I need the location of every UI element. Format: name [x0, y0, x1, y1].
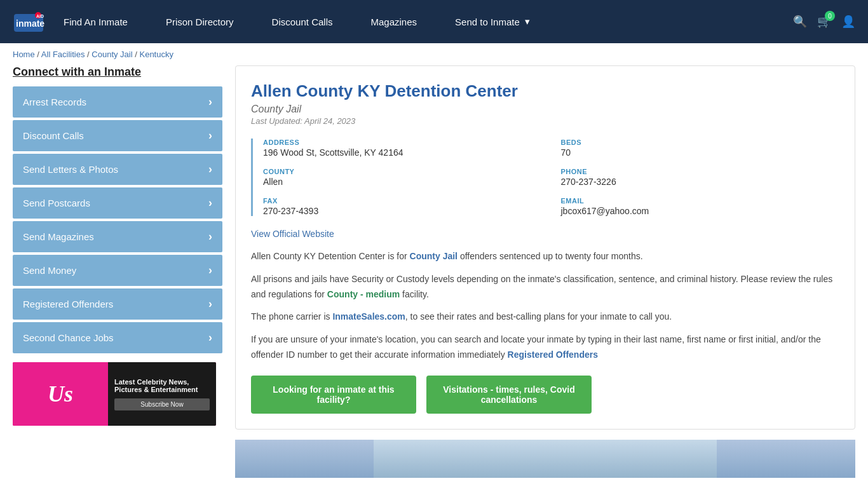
arrow-icon: › [208, 230, 212, 243]
desc-para-2: All prisons and jails have Security or C… [251, 272, 839, 302]
cart-icon[interactable]: 🛒 0 [817, 15, 831, 29]
county-medium-link[interactable]: County - medium [327, 289, 400, 299]
sidebar-item-discount-calls[interactable]: Discount Calls › [13, 120, 222, 151]
desc-para-3: The phone carrier is InmateSales.com, to… [251, 309, 839, 325]
arrow-icon: › [208, 129, 212, 142]
fax-item: FAX 270-237-4393 [263, 197, 542, 216]
phone-item: PHONE 270-237-3226 [561, 168, 840, 187]
sidebar-item-registered-offenders[interactable]: Registered Offenders › [13, 288, 222, 320]
cart-badge: 0 [825, 11, 835, 21]
sidebar-item-second-chance-jobs[interactable]: Second Chance Jobs › [13, 322, 222, 353]
header: inmate AID Find An Inmate Prison Directo… [0, 0, 868, 43]
main-nav: Find An Inmate Prison Directory Discount… [44, 0, 793, 43]
arrow-icon: › [208, 95, 212, 109]
arrow-icon: › [208, 264, 212, 277]
ad-banner[interactable]: Us Latest Celebrity News, Pictures & Ent… [13, 362, 216, 426]
nav-prison-directory[interactable]: Prison Directory [147, 0, 253, 43]
nav-send-to-inmate[interactable]: Send to Inmate ▾ [436, 0, 549, 43]
sidebar-item-send-magazines[interactable]: Send Magazines › [13, 221, 222, 252]
arrow-icon: › [208, 163, 212, 176]
breadcrumb-state[interactable]: Kentucky [139, 50, 173, 59]
facility-name: Allen County KY Detention Center [251, 81, 839, 101]
sidebar-item-send-postcards[interactable]: Send Postcards › [13, 187, 222, 219]
bottom-strip-inner [374, 440, 717, 478]
sidebar-menu: Arrest Records › Discount Calls › Send L… [13, 86, 222, 353]
breadcrumb-county-jail[interactable]: County Jail [92, 50, 132, 59]
email-item: EMAIL jbcox617@yahoo.com [561, 197, 840, 216]
facility-updated: Last Updated: April 24, 2023 [251, 116, 839, 126]
arrow-icon: › [208, 196, 212, 210]
nav-find-inmate[interactable]: Find An Inmate [44, 0, 147, 43]
user-icon[interactable]: 👤 [841, 15, 855, 29]
nav-magazines[interactable]: Magazines [351, 0, 436, 43]
county-item: COUNTY Allen [263, 168, 542, 187]
facility-card: Allen County KY Detention Center County … [235, 65, 855, 430]
find-inmate-cta-button[interactable]: Looking for an inmate at this facility? [251, 376, 416, 414]
svg-text:AID: AID [36, 14, 44, 18]
sidebar: Connect with an Inmate Arrest Records › … [13, 65, 222, 478]
breadcrumb: Home / All Facilities / County Jail / Ke… [0, 43, 868, 65]
address-item: ADDRESS 196 Wood St, Scottsville, KY 421… [263, 139, 542, 158]
facility-type: County Jail [251, 104, 839, 115]
main-content: Allen County KY Detention Center County … [235, 65, 855, 478]
breadcrumb-all-facilities[interactable]: All Facilities [41, 50, 85, 59]
header-icons: 🔍 🛒 0 👤 [793, 15, 855, 29]
sidebar-item-arrest-records[interactable]: Arrest Records › [13, 86, 222, 118]
facility-description: Allen County KY Detention Center is for … [251, 249, 839, 363]
svg-text:inmate: inmate [16, 18, 44, 29]
beds-item: BEDS 70 [561, 139, 840, 158]
sidebar-item-send-letters[interactable]: Send Letters & Photos › [13, 154, 222, 185]
ad-subscribe-button[interactable]: Subscribe Now [114, 398, 210, 410]
desc-para-4: If you are unsure of your inmate's locat… [251, 332, 839, 363]
arrow-icon: › [208, 331, 212, 344]
desc-para-1: Allen County KY Detention Center is for … [251, 249, 839, 264]
bottom-image-strip [235, 440, 855, 478]
connect-title: Connect with an Inmate [13, 65, 222, 79]
registered-offenders-link[interactable]: Registered Offenders [508, 349, 598, 360]
chevron-down-icon: ▾ [525, 16, 530, 27]
logo[interactable]: inmate AID [13, 9, 44, 34]
cta-buttons: Looking for an inmate at this facility? … [251, 376, 839, 414]
ad-logo: Us [13, 362, 108, 426]
facility-info-grid: ADDRESS 196 Wood St, Scottsville, KY 421… [251, 139, 839, 216]
main-layout: Connect with an Inmate Arrest Records › … [0, 65, 868, 488]
county-jail-link-1[interactable]: County Jail [410, 251, 458, 261]
official-website-link[interactable]: View Official Website [251, 229, 334, 239]
search-icon[interactable]: 🔍 [793, 15, 807, 29]
nav-discount-calls[interactable]: Discount Calls [253, 0, 352, 43]
breadcrumb-home[interactable]: Home [13, 50, 35, 59]
sidebar-item-send-money[interactable]: Send Money › [13, 255, 222, 286]
arrow-icon: › [208, 297, 212, 311]
visitations-cta-button[interactable]: Visitations - times, rules, Covid cancel… [426, 376, 592, 414]
ad-title: Latest Celebrity News, Pictures & Entert… [114, 378, 210, 393]
inmate-sales-link[interactable]: InmateSales.com [332, 311, 405, 322]
ad-content: Latest Celebrity News, Pictures & Entert… [108, 362, 216, 426]
